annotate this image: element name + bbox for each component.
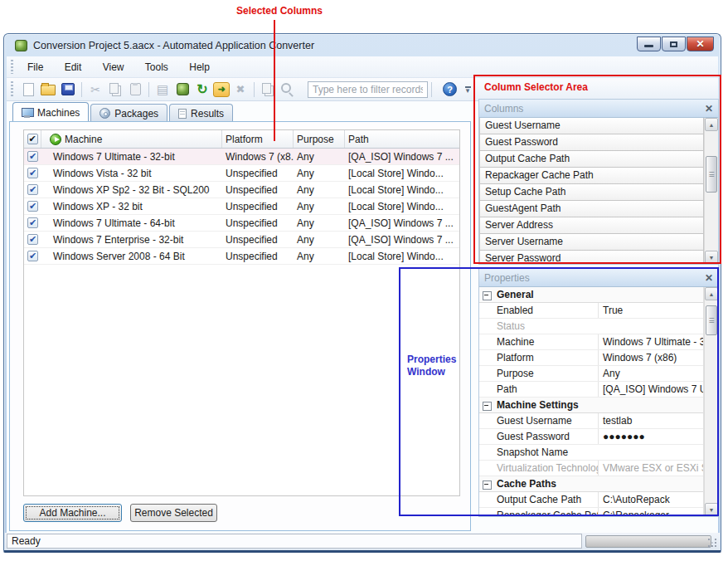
machine-row[interactable]: Windows XP Sp2 - 32 Bit - SQL200 Unspeci… [24,182,459,198]
collapse-icon[interactable] [483,402,492,409]
row-checkbox[interactable] [27,184,38,195]
columns-list: Guest Username Guest Password Output Cac… [479,118,704,264]
machine-name-cell: Windows XP Sp2 - 32 Bit - SQL200 [41,184,222,196]
property-row[interactable]: Repackager Cache Path C:\Repackager [479,508,703,516]
property-row[interactable]: Output Cache Path C:\AutoRepack [479,492,703,508]
property-row[interactable]: Purpose Any [479,366,703,382]
property-label: Guest Password [497,429,598,444]
columns-scrollbar[interactable]: ▲ ☰ ▼ [704,118,718,264]
maximize-button[interactable] [662,37,686,51]
row-checkbox[interactable] [27,201,38,212]
column-header-machine[interactable]: Machine [65,134,102,145]
tab-machines[interactable]: Machines [12,102,89,121]
toolbar-grip [11,81,13,97]
minimize-button[interactable] [637,37,661,51]
property-row[interactable]: Cache Paths [479,476,703,492]
column-header-path[interactable]: Path [345,130,460,148]
properties-scrollbar[interactable]: ▲ ☰ ▼ [704,287,718,516]
column-list-item[interactable]: Guest Password [479,134,704,151]
select-all-checkbox[interactable] [27,134,38,144]
menu-help[interactable]: Help [180,58,219,76]
purpose-cell: Any [294,234,345,246]
scroll-up-icon[interactable]: ▲ [705,287,718,300]
title-bar[interactable]: Conversion Project 5.aacx - Automated Ap… [4,34,721,56]
platform-cell: Unspecified [222,251,294,262]
property-value[interactable]: ●●●●●●● [598,429,703,444]
property-value[interactable]: Windows 7 Ultimate - 3 [598,334,703,349]
property-row[interactable]: Enabled True [479,303,703,319]
scroll-up-icon[interactable]: ▲ [705,118,718,131]
property-row[interactable]: Snapshot Name [479,445,703,461]
scroll-thumb[interactable]: ☰ [706,305,717,335]
help-icon[interactable]: ? [443,82,457,96]
machine-row[interactable]: Windows Server 2008 - 64 Bit Unspecified… [24,248,459,265]
platform-cell: Windows 7 (x8... [222,151,294,163]
row-checkbox[interactable] [27,217,38,228]
property-row[interactable]: Guest Password ●●●●●●● [479,429,703,445]
column-list-item[interactable]: Server Password [479,251,704,264]
property-value[interactable]: C:\Repackager [598,508,703,516]
toolbar-overflow-icon[interactable]: ▾ [462,83,473,96]
machine-row[interactable]: Windows Vista - 32 bit Unspecified Any [… [24,165,459,182]
platform-cell: Unspecified [222,217,294,229]
row-checkbox[interactable] [27,151,38,162]
property-value[interactable]: C:\AutoRepack [598,492,703,507]
column-list-item[interactable]: Guest Username [479,118,704,134]
column-list-item[interactable]: GuestAgent Path [479,201,704,217]
row-checkbox[interactable] [27,168,38,178]
package-icon[interactable] [173,80,192,99]
property-row[interactable]: General [479,287,703,303]
property-row[interactable]: Virtualization Technolog VMware ESX or E… [479,461,703,476]
property-row[interactable]: Guest Username testlab [479,413,703,429]
filter-records-input[interactable] [308,81,428,98]
column-list-item[interactable]: Server Address [479,217,704,234]
property-row[interactable]: Status [479,319,703,334]
column-header-purpose[interactable]: Purpose [294,130,345,148]
property-value[interactable]: Windows 7 (x86) [598,350,703,365]
collapse-icon[interactable] [483,481,492,488]
property-value[interactable]: VMware ESX or ESXi Ser [598,461,703,476]
open-project-icon[interactable] [39,80,57,99]
property-value[interactable]: Any [598,366,703,381]
refresh-icon[interactable] [193,80,211,99]
property-row[interactable]: Machine Windows 7 Ultimate - 3 [479,334,703,350]
tab-packages[interactable]: Packages [90,104,167,121]
scroll-down-icon[interactable]: ▼ [705,251,718,264]
scroll-down-icon[interactable]: ▼ [705,503,718,516]
property-row[interactable]: Machine Settings [479,398,703,413]
menu-edit[interactable]: Edit [56,58,91,76]
machine-row[interactable]: Windows 7 Enterprise - 32-bit Unspecifie… [24,232,459,248]
scroll-thumb[interactable]: ☰ [706,156,717,193]
add-machine-button[interactable]: Add Machine... [23,504,122,522]
property-label: Guest Username [497,413,598,428]
close-button[interactable]: ✕ [687,37,714,51]
tab-results[interactable]: Results [169,104,233,121]
property-value[interactable]: [QA_ISO] Windows 7 Ul [598,382,703,397]
property-row[interactable]: Platform Windows 7 (x86) [479,350,703,366]
column-list-item[interactable]: Setup Cache Path [479,184,704,201]
run-conversion-icon[interactable] [213,82,230,97]
machine-row[interactable]: Windows 7 Ultimate - 32-bit Windows 7 (x… [24,149,459,165]
machine-row[interactable]: Windows XP - 32 bit Unspecified Any [Loc… [24,198,459,215]
save-project-icon[interactable] [59,80,77,99]
menu-tools[interactable]: Tools [136,58,177,76]
columns-close-icon[interactable]: ✕ [705,104,713,114]
row-checkbox[interactable] [27,234,38,245]
menu-file[interactable]: File [18,58,52,76]
machine-row[interactable]: Windows 7 Ultimate - 64-bit Unspecified … [24,215,459,232]
menu-view[interactable]: View [94,58,133,76]
property-value[interactable]: True [598,303,703,318]
copy-icon [106,80,124,99]
column-list-item[interactable]: Repackager Cache Path [479,168,704,184]
new-project-icon[interactable] [19,80,37,99]
row-checkbox[interactable] [27,251,38,261]
properties-close-icon[interactable]: ✕ [705,273,713,283]
column-list-item[interactable]: Server Username [479,234,704,251]
property-value[interactable]: testlab [598,413,703,428]
column-header-platform[interactable]: Platform [222,130,294,148]
property-row[interactable]: Path [QA_ISO] Windows 7 Ul [479,382,703,398]
resize-grip-icon[interactable] [707,538,717,548]
collapse-icon[interactable] [483,291,492,299]
remove-selected-button[interactable]: Remove Selected [130,504,217,522]
column-list-item[interactable]: Output Cache Path [479,151,704,168]
